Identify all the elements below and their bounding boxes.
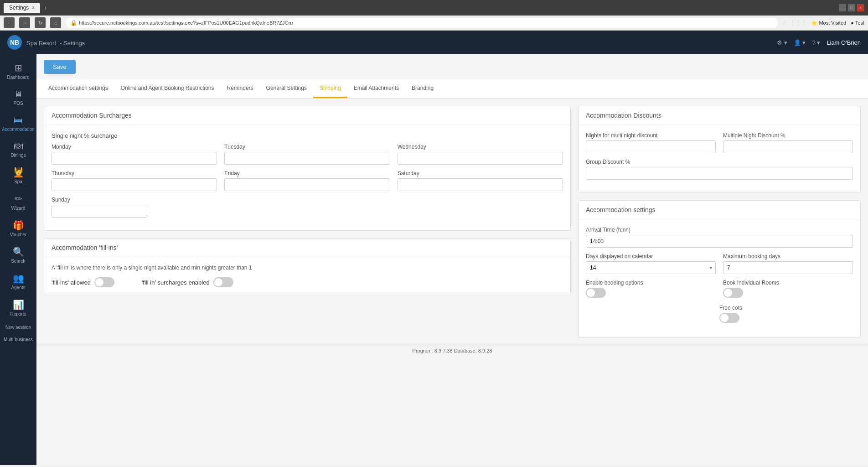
multi-business-link[interactable]: Multi-business: [2, 333, 35, 346]
left-column: Accommodation Surcharges Single night % …: [44, 106, 571, 337]
sidebar-item-label: Search: [11, 259, 26, 264]
dashboard-icon: ⊞: [15, 62, 22, 73]
browser-tab[interactable]: Settings ×: [4, 3, 40, 13]
sidebar-item-spa[interactable]: 💆 Spa: [0, 162, 36, 189]
group-discount-input[interactable]: [586, 167, 853, 180]
friday-input[interactable]: [224, 178, 390, 191]
pos-icon: 🖥: [14, 89, 23, 99]
bedding-toggle[interactable]: [586, 288, 606, 298]
fill-ins-allowed-label: 'fill-ins' allowed: [52, 279, 91, 286]
tab-shipping[interactable]: Shipping: [313, 79, 347, 98]
friday-group: Friday: [224, 170, 390, 191]
tab-email-attachments[interactable]: Email Attachments: [347, 79, 405, 98]
tuesday-input[interactable]: [224, 152, 390, 165]
surcharge-row-1: Monday Tuesday Wednesday: [52, 144, 563, 165]
settings-icon-button[interactable]: ⚙ ▾: [777, 39, 787, 46]
address-bar[interactable]: 🔒 https://secure.netbookings.com.au/test…: [66, 18, 778, 28]
menu-icon[interactable]: ⋮⋮⋮: [790, 20, 806, 26]
fill-ins-allowed-toggle[interactable]: [94, 277, 114, 287]
arrival-time-input[interactable]: [586, 235, 853, 248]
tab-accommodation-settings[interactable]: Accommodation settings: [42, 79, 114, 98]
sunday-input[interactable]: [52, 205, 147, 218]
nights-multi-group: Nights for multi night discount: [586, 132, 716, 153]
surcharges-card-header: Accommodation Surcharges: [44, 106, 570, 125]
page-content: Accommodation Surcharges Single night % …: [36, 99, 868, 345]
wednesday-input[interactable]: [398, 152, 563, 165]
thursday-group: Thursday: [52, 170, 217, 191]
accommodation-icon: 🛏: [14, 115, 23, 125]
sidebar-item-label: Wizard: [11, 206, 25, 211]
surcharge-row-3: Sunday: [52, 197, 563, 218]
tab-reminders[interactable]: Reminders: [221, 79, 260, 98]
sidebar-item-voucher[interactable]: 🎁 Voucher: [0, 215, 36, 242]
new-session-link[interactable]: New session: [4, 321, 33, 333]
arrival-time-row: Arrival Time (h:nn): [586, 227, 853, 248]
fill-ins-surcharges-group: 'fill in' surcharges enabled: [142, 277, 233, 287]
arrival-time-label: Arrival Time (h:nn): [586, 227, 853, 233]
forward-button[interactable]: →: [19, 17, 30, 28]
tab-online-booking-restrictions[interactable]: Online and Agent Booking Restrictions: [114, 79, 221, 98]
test-bookmark[interactable]: ●Test: [851, 20, 864, 26]
group-discount-label: Group Discount %: [586, 159, 853, 165]
sidebar-item-reports[interactable]: 📊 Reports: [0, 295, 36, 321]
multiple-discount-input[interactable]: [723, 140, 853, 153]
sidebar-item-label: Dashboard: [7, 75, 30, 80]
browser-toolbar: ← → ↻ ⌂ 🔒 https://secure.netbookings.com…: [0, 16, 868, 31]
days-booking-row: Days displayed on calendar 14 7 21 30: [586, 253, 853, 274]
days-calendar-select[interactable]: 14 7 21 30: [586, 261, 716, 274]
tab-title: Settings: [9, 5, 29, 11]
bedding-individual-row: Enable bedding options Book Individual R…: [586, 280, 853, 299]
monday-input[interactable]: [52, 152, 217, 165]
sidebar-item-accommodation[interactable]: 🛏 Accommodation: [0, 110, 36, 136]
sidebar-item-dinings[interactable]: 🍽 Dinings: [0, 136, 36, 162]
nights-multi-label: Nights for multi night discount: [586, 132, 716, 139]
app-title: Spa Resort - Settings: [26, 39, 777, 47]
bookmark-icon[interactable]: ☆: [782, 20, 787, 26]
back-button[interactable]: ←: [4, 17, 15, 28]
sidebar-item-label: Dinings: [10, 153, 26, 158]
thursday-label: Thursday: [52, 170, 217, 176]
max-booking-input[interactable]: [723, 261, 853, 274]
acc-settings-card-body: Arrival Time (h:nn) Days displayed on ca…: [579, 219, 860, 337]
voucher-icon: 🎁: [13, 220, 24, 231]
thursday-input[interactable]: [52, 178, 217, 191]
user-icon-button[interactable]: 👤 ▾: [794, 39, 806, 46]
saturday-input[interactable]: [398, 178, 563, 191]
app-logo: NB: [7, 35, 22, 50]
maximize-button[interactable]: □: [848, 4, 855, 11]
new-tab-button[interactable]: +: [44, 5, 47, 11]
most-visited[interactable]: ⭐Most Visited: [811, 20, 846, 26]
tab-close-button[interactable]: ×: [31, 5, 35, 11]
refresh-button[interactable]: ↻: [35, 17, 46, 28]
nights-multi-input[interactable]: [586, 140, 716, 153]
content-area: Save Accommodation settings Online and A…: [36, 54, 868, 465]
fill-ins-surcharges-toggle[interactable]: [213, 277, 233, 287]
close-button[interactable]: ×: [857, 4, 864, 11]
book-individual-toggle[interactable]: [723, 288, 743, 298]
multiple-discount-label: Multiple Night Discount %: [723, 132, 853, 139]
search-icon: 🔍: [13, 246, 24, 257]
sidebar-item-search[interactable]: 🔍 Search: [0, 242, 36, 268]
arrival-time-group: Arrival Time (h:nn): [586, 227, 853, 248]
status-bar: Program: 8.9.7.36 Database: 8.9.28: [36, 345, 868, 356]
free-cots-toggle[interactable]: [719, 313, 739, 323]
sidebar-item-agents[interactable]: 👥 Agents: [0, 268, 36, 295]
top-nav-icons: ⚙ ▾ 👤 ▾ ? ▾ Liam O'Brien: [777, 39, 861, 46]
help-icon-button[interactable]: ? ▾: [812, 39, 820, 46]
tab-branding[interactable]: Branding: [405, 79, 440, 98]
free-cots-label: Free cots: [719, 305, 853, 311]
url-text: https://secure.netbookings.com.au/test/s…: [79, 20, 293, 26]
main-layout: ⊞ Dashboard 🖥 POS 🛏 Accommodation 🍽 Dini…: [0, 54, 868, 465]
surcharge-row-2: Thursday Friday Saturday: [52, 170, 563, 191]
minimize-button[interactable]: —: [839, 4, 846, 11]
tab-general-settings[interactable]: General Settings: [260, 79, 313, 98]
home-button[interactable]: ⌂: [50, 17, 61, 28]
fill-ins-description: A 'fill in' is where there is only a sin…: [52, 265, 563, 271]
sidebar-item-pos[interactable]: 🖥 POS: [0, 84, 36, 110]
right-column: Accommodation Discounts Nights for multi…: [578, 106, 861, 337]
save-button[interactable]: Save: [44, 60, 76, 74]
fill-ins-card: Accommodation 'fill-ins' A 'fill in' is …: [44, 238, 571, 295]
sidebar-item-dashboard[interactable]: ⊞ Dashboard: [0, 58, 36, 84]
sidebar-item-wizard[interactable]: ✏ Wizard: [0, 189, 36, 215]
acc-settings-card: Accommodation settings Arrival Time (h:n…: [578, 200, 861, 337]
